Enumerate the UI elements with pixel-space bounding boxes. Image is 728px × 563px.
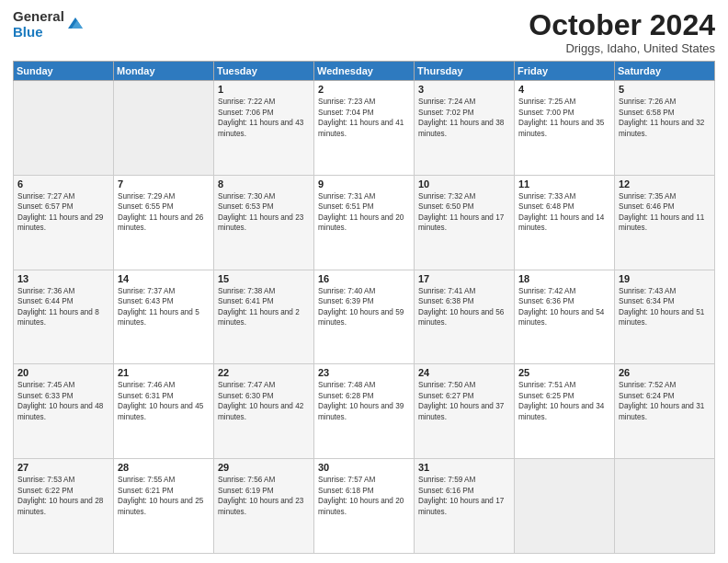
month-title: October 2024 xyxy=(529,9,715,41)
calendar-table: Sunday Monday Tuesday Wednesday Thursday… xyxy=(13,61,715,554)
calendar-cell: 2Sunrise: 7:23 AM Sunset: 7:04 PM Daylig… xyxy=(314,81,415,176)
day-number: 1 xyxy=(218,84,310,95)
header-tuesday: Tuesday xyxy=(214,62,314,81)
calendar-cell: 5Sunrise: 7:26 AM Sunset: 6:58 PM Daylig… xyxy=(615,81,715,176)
calendar-cell: 16Sunrise: 7:40 AM Sunset: 6:39 PM Dayli… xyxy=(314,270,415,364)
day-info: Sunrise: 7:33 AM Sunset: 6:48 PM Dayligh… xyxy=(518,191,610,234)
header: General Blue October 2024 Driggs, Idaho,… xyxy=(13,9,715,55)
day-number: 31 xyxy=(418,462,510,473)
title-block: October 2024 Driggs, Idaho, United State… xyxy=(529,9,715,55)
day-info: Sunrise: 7:48 AM Sunset: 6:28 PM Dayligh… xyxy=(318,380,410,422)
day-number: 30 xyxy=(318,462,410,473)
day-info: Sunrise: 7:52 AM Sunset: 6:24 PM Dayligh… xyxy=(619,380,711,422)
logo-blue: Blue xyxy=(13,25,64,40)
calendar-cell: 21Sunrise: 7:46 AM Sunset: 6:31 PM Dayli… xyxy=(114,364,214,459)
day-info: Sunrise: 7:57 AM Sunset: 6:18 PM Dayligh… xyxy=(318,475,410,517)
header-sunday: Sunday xyxy=(14,62,114,81)
day-number: 8 xyxy=(218,178,310,190)
day-info: Sunrise: 7:30 AM Sunset: 6:53 PM Dayligh… xyxy=(218,191,310,234)
day-info: Sunrise: 7:41 AM Sunset: 6:38 PM Dayligh… xyxy=(418,286,510,328)
calendar-cell: 6Sunrise: 7:27 AM Sunset: 6:57 PM Daylig… xyxy=(14,175,114,270)
day-info: Sunrise: 7:50 AM Sunset: 6:27 PM Dayligh… xyxy=(418,380,510,422)
calendar-cell: 22Sunrise: 7:47 AM Sunset: 6:30 PM Dayli… xyxy=(214,364,314,459)
calendar-cell: 12Sunrise: 7:35 AM Sunset: 6:46 PM Dayli… xyxy=(615,175,715,270)
calendar-cell: 23Sunrise: 7:48 AM Sunset: 6:28 PM Dayli… xyxy=(314,364,415,459)
header-friday: Friday xyxy=(515,62,615,81)
day-info: Sunrise: 7:59 AM Sunset: 6:16 PM Dayligh… xyxy=(418,475,510,517)
calendar-cell: 26Sunrise: 7:52 AM Sunset: 6:24 PM Dayli… xyxy=(615,364,715,459)
day-info: Sunrise: 7:55 AM Sunset: 6:21 PM Dayligh… xyxy=(118,475,210,517)
calendar-cell: 20Sunrise: 7:45 AM Sunset: 6:33 PM Dayli… xyxy=(14,364,114,459)
calendar-cell xyxy=(14,81,114,176)
calendar-cell: 9Sunrise: 7:31 AM Sunset: 6:51 PM Daylig… xyxy=(314,175,415,270)
calendar-cell: 10Sunrise: 7:32 AM Sunset: 6:50 PM Dayli… xyxy=(415,175,515,270)
day-number: 6 xyxy=(17,178,109,190)
calendar-week-row: 13Sunrise: 7:36 AM Sunset: 6:44 PM Dayli… xyxy=(14,270,715,364)
day-info: Sunrise: 7:47 AM Sunset: 6:30 PM Dayligh… xyxy=(218,380,310,422)
day-number: 15 xyxy=(218,273,310,284)
day-number: 17 xyxy=(418,273,510,284)
day-number: 20 xyxy=(17,367,109,378)
day-info: Sunrise: 7:35 AM Sunset: 6:46 PM Dayligh… xyxy=(619,191,711,234)
day-number: 29 xyxy=(218,462,310,473)
day-info: Sunrise: 7:36 AM Sunset: 6:44 PM Dayligh… xyxy=(17,286,109,328)
calendar-cell: 28Sunrise: 7:55 AM Sunset: 6:21 PM Dayli… xyxy=(114,459,214,554)
header-monday: Monday xyxy=(114,62,214,81)
day-info: Sunrise: 7:27 AM Sunset: 6:57 PM Dayligh… xyxy=(17,191,109,234)
calendar-cell: 27Sunrise: 7:53 AM Sunset: 6:22 PM Dayli… xyxy=(14,459,114,554)
day-info: Sunrise: 7:51 AM Sunset: 6:25 PM Dayligh… xyxy=(518,380,610,422)
header-saturday: Saturday xyxy=(615,62,715,81)
header-thursday: Thursday xyxy=(415,62,515,81)
day-info: Sunrise: 7:32 AM Sunset: 6:50 PM Dayligh… xyxy=(418,191,510,234)
day-info: Sunrise: 7:43 AM Sunset: 6:34 PM Dayligh… xyxy=(619,286,711,328)
day-number: 2 xyxy=(318,84,410,95)
day-number: 10 xyxy=(418,178,510,190)
day-info: Sunrise: 7:56 AM Sunset: 6:19 PM Dayligh… xyxy=(218,475,310,517)
calendar-page: General Blue October 2024 Driggs, Idaho,… xyxy=(0,0,728,563)
calendar-cell: 30Sunrise: 7:57 AM Sunset: 6:18 PM Dayli… xyxy=(314,459,415,554)
day-info: Sunrise: 7:38 AM Sunset: 6:41 PM Dayligh… xyxy=(218,286,310,328)
location: Driggs, Idaho, United States xyxy=(529,41,715,55)
day-number: 24 xyxy=(418,367,510,378)
day-number: 7 xyxy=(118,178,210,190)
day-number: 23 xyxy=(318,367,410,378)
calendar-cell xyxy=(114,81,214,176)
calendar-cell: 11Sunrise: 7:33 AM Sunset: 6:48 PM Dayli… xyxy=(515,175,615,270)
day-number: 11 xyxy=(518,178,610,190)
logo-icon xyxy=(66,14,85,32)
day-info: Sunrise: 7:22 AM Sunset: 7:06 PM Dayligh… xyxy=(218,97,310,139)
day-number: 16 xyxy=(318,273,410,284)
calendar-cell: 24Sunrise: 7:50 AM Sunset: 6:27 PM Dayli… xyxy=(415,364,515,459)
day-info: Sunrise: 7:29 AM Sunset: 6:55 PM Dayligh… xyxy=(118,191,210,234)
day-number: 9 xyxy=(318,178,410,190)
day-number: 22 xyxy=(218,367,310,378)
day-info: Sunrise: 7:46 AM Sunset: 6:31 PM Dayligh… xyxy=(118,380,210,422)
logo-general: General xyxy=(13,9,64,25)
calendar-cell xyxy=(515,459,615,554)
day-info: Sunrise: 7:24 AM Sunset: 7:02 PM Dayligh… xyxy=(418,97,510,139)
day-number: 4 xyxy=(518,84,610,95)
day-number: 21 xyxy=(118,367,210,378)
calendar-cell: 8Sunrise: 7:30 AM Sunset: 6:53 PM Daylig… xyxy=(214,175,314,270)
calendar-cell: 14Sunrise: 7:37 AM Sunset: 6:43 PM Dayli… xyxy=(114,270,214,364)
calendar-week-row: 27Sunrise: 7:53 AM Sunset: 6:22 PM Dayli… xyxy=(14,459,715,554)
day-number: 27 xyxy=(17,462,109,473)
day-info: Sunrise: 7:45 AM Sunset: 6:33 PM Dayligh… xyxy=(17,380,109,422)
day-number: 3 xyxy=(418,84,510,95)
day-number: 25 xyxy=(518,367,610,378)
calendar-week-row: 1Sunrise: 7:22 AM Sunset: 7:06 PM Daylig… xyxy=(14,81,715,176)
day-info: Sunrise: 7:26 AM Sunset: 6:58 PM Dayligh… xyxy=(619,97,711,139)
calendar-cell: 3Sunrise: 7:24 AM Sunset: 7:02 PM Daylig… xyxy=(415,81,515,176)
calendar-cell: 13Sunrise: 7:36 AM Sunset: 6:44 PM Dayli… xyxy=(14,270,114,364)
calendar-week-row: 6Sunrise: 7:27 AM Sunset: 6:57 PM Daylig… xyxy=(14,175,715,270)
calendar-cell: 25Sunrise: 7:51 AM Sunset: 6:25 PM Dayli… xyxy=(515,364,615,459)
logo-text: General Blue xyxy=(13,9,64,40)
day-number: 19 xyxy=(619,273,711,284)
day-info: Sunrise: 7:23 AM Sunset: 7:04 PM Dayligh… xyxy=(318,97,410,139)
calendar-cell: 7Sunrise: 7:29 AM Sunset: 6:55 PM Daylig… xyxy=(114,175,214,270)
calendar-cell: 15Sunrise: 7:38 AM Sunset: 6:41 PM Dayli… xyxy=(214,270,314,364)
calendar-cell: 31Sunrise: 7:59 AM Sunset: 6:16 PM Dayli… xyxy=(415,459,515,554)
day-info: Sunrise: 7:42 AM Sunset: 6:36 PM Dayligh… xyxy=(518,286,610,328)
day-info: Sunrise: 7:25 AM Sunset: 7:00 PM Dayligh… xyxy=(518,97,610,139)
calendar-cell: 17Sunrise: 7:41 AM Sunset: 6:38 PM Dayli… xyxy=(415,270,515,364)
